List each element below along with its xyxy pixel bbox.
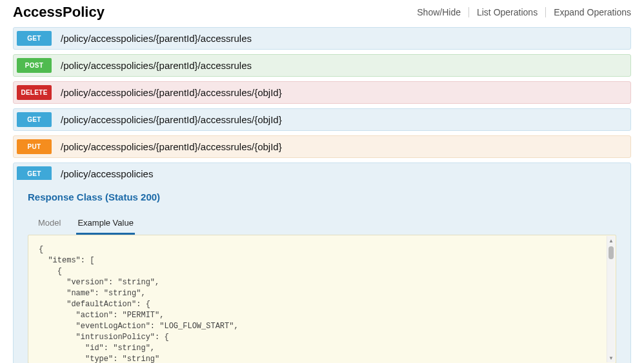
operation-path: /policy/accesspolicies/{parentId}/access…	[52, 82, 291, 103]
example-json: { "items": [ { "version": "string", "nam…	[28, 235, 616, 363]
resource-title[interactable]: AccessPolicy	[13, 4, 105, 21]
tab-example-value[interactable]: Example Value	[76, 214, 134, 235]
http-method-badge: PUT	[17, 139, 52, 154]
operation-path: /policy/accesspolicies/{parentId}/access…	[52, 28, 261, 49]
response-tabs: Model Example Value	[28, 214, 616, 235]
response-class-heading: Response Class (Status 200)	[28, 191, 616, 202]
operations-list: GET /policy/accesspolicies/{parentId}/ac…	[0, 27, 644, 185]
operation-path: /policy/accesspolicies/{parentId}/access…	[52, 55, 261, 76]
operation-details-panel: Response Class (Status 200) Model Exampl…	[13, 180, 631, 363]
expand-operations-link[interactable]: Expand Operations	[546, 7, 631, 17]
tab-model[interactable]: Model	[37, 214, 62, 235]
operation-row[interactable]: GET /policy/accesspolicies/{parentId}/ac…	[13, 27, 631, 50]
operation-row[interactable]: DELETE /policy/accesspolicies/{parentId}…	[13, 81, 631, 104]
scroll-thumb[interactable]	[609, 246, 614, 259]
list-operations-link[interactable]: List Operations	[469, 7, 546, 17]
example-value-box[interactable]: { "items": [ { "version": "string", "nam…	[28, 235, 616, 363]
http-method-badge: POST	[17, 58, 52, 73]
operation-row[interactable]: GET /policy/accesspolicies/{parentId}/ac…	[13, 108, 631, 131]
http-method-badge: GET	[17, 166, 52, 181]
header-actions: Show/Hide List Operations Expand Operati…	[409, 7, 631, 17]
scrollbar[interactable]: ▲ ▼	[607, 236, 615, 362]
http-method-badge: DELETE	[17, 85, 52, 100]
resource-header: AccessPolicy Show/Hide List Operations E…	[0, 0, 644, 27]
operation-row[interactable]: PUT /policy/accesspolicies/{parentId}/ac…	[13, 135, 631, 158]
show-hide-link[interactable]: Show/Hide	[409, 7, 469, 17]
http-method-badge: GET	[17, 112, 52, 127]
operation-path: /policy/accesspolicies/{parentId}/access…	[52, 136, 291, 157]
scroll-down-icon[interactable]: ▼	[607, 353, 615, 362]
scroll-up-icon[interactable]: ▲	[607, 236, 615, 245]
operation-path: /policy/accesspolicies/{parentId}/access…	[52, 109, 291, 130]
http-method-badge: GET	[17, 31, 52, 46]
operation-row[interactable]: POST /policy/accesspolicies/{parentId}/a…	[13, 54, 631, 77]
